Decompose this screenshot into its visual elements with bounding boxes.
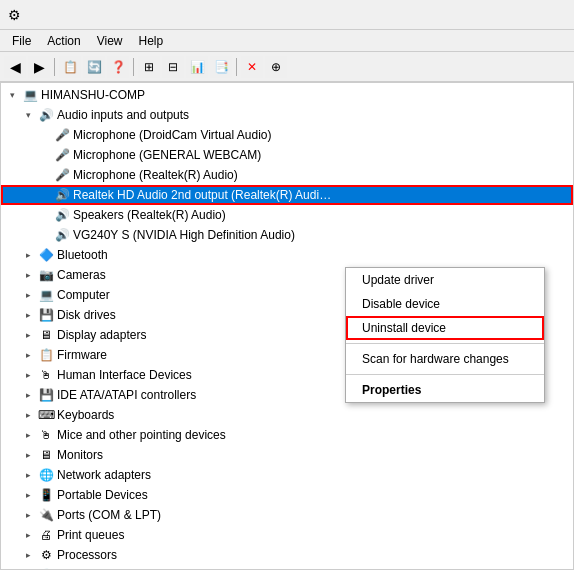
tree-item-keyboards[interactable]: ▸⌨Keyboards bbox=[1, 405, 573, 425]
item-icon-himanshu: 💻 bbox=[22, 87, 38, 103]
item-icon-mice: 🖱 bbox=[38, 427, 54, 443]
menu-file[interactable]: File bbox=[4, 32, 39, 50]
expand-icon-printqueues[interactable]: ▸ bbox=[21, 528, 35, 542]
toolbar-show-devices[interactable]: 📊 bbox=[186, 56, 208, 78]
item-label-microphone3: Microphone (Realtek(R) Audio) bbox=[73, 168, 238, 182]
menu-action[interactable]: Action bbox=[39, 32, 88, 50]
tree-item-bluetooth[interactable]: ▸🔷Bluetooth bbox=[1, 245, 573, 265]
item-label-ports: Ports (COM & LPT) bbox=[57, 508, 161, 522]
item-icon-ports: 🔌 bbox=[38, 507, 54, 523]
item-label-displayadapters: Display adapters bbox=[57, 328, 146, 342]
toolbar-update-driver[interactable]: 🔄 bbox=[83, 56, 105, 78]
title-bar: ⚙ bbox=[0, 0, 574, 30]
item-icon-processors: ⚙ bbox=[38, 547, 54, 563]
expand-icon-networkadapters[interactable]: ▸ bbox=[21, 468, 35, 482]
toolbar-show-resources[interactable]: 📑 bbox=[210, 56, 232, 78]
item-icon-microphone1: 🎤 bbox=[54, 127, 70, 143]
toolbar: ◀ ▶ 📋 🔄 ❓ ⊞ ⊟ 📊 📑 ✕ ⊕ bbox=[0, 52, 574, 82]
item-icon-computer: 💻 bbox=[38, 287, 54, 303]
expand-icon-cameras[interactable]: ▸ bbox=[21, 268, 35, 282]
tree-item-microphone1[interactable]: 🎤Microphone (DroidCam Virtual Audio) bbox=[1, 125, 573, 145]
item-label-audio: Audio inputs and outputs bbox=[57, 108, 189, 122]
item-icon-vg240y: 🔊 bbox=[54, 227, 70, 243]
item-icon-ideatapi: 💾 bbox=[38, 387, 54, 403]
toolbar-forward[interactable]: ▶ bbox=[28, 56, 50, 78]
expand-icon-keyboards[interactable]: ▸ bbox=[21, 408, 35, 422]
context-item-update-driver[interactable]: Update driver bbox=[346, 268, 544, 292]
toolbar-add-device[interactable]: ⊕ bbox=[265, 56, 287, 78]
toolbar-collapse-all[interactable]: ⊟ bbox=[162, 56, 184, 78]
context-item-properties-label[interactable]: Properties bbox=[346, 378, 544, 402]
tree-item-mice[interactable]: ▸🖱Mice and other pointing devices bbox=[1, 425, 573, 445]
expand-icon-vg240y[interactable] bbox=[37, 228, 51, 242]
expand-icon-microphone3[interactable] bbox=[37, 168, 51, 182]
title-bar-icon: ⚙ bbox=[8, 7, 21, 23]
expand-icon-displayadapters[interactable]: ▸ bbox=[21, 328, 35, 342]
item-icon-displayadapters: 🖥 bbox=[38, 327, 54, 343]
tree-item-microphone3[interactable]: 🎤Microphone (Realtek(R) Audio) bbox=[1, 165, 573, 185]
item-label-ideatapi: IDE ATA/ATAPI controllers bbox=[57, 388, 196, 402]
expand-icon-ports[interactable]: ▸ bbox=[21, 508, 35, 522]
item-icon-realtek: 🔊 bbox=[54, 187, 70, 203]
tree-item-security[interactable]: ▸🔒Security devices bbox=[1, 565, 573, 570]
item-label-portabledevices: Portable Devices bbox=[57, 488, 148, 502]
expand-icon-computer[interactable]: ▸ bbox=[21, 288, 35, 302]
item-label-monitors: Monitors bbox=[57, 448, 103, 462]
item-label-realtek: Realtek HD Audio 2nd output (Realtek(R) … bbox=[73, 188, 331, 202]
tree-item-networkadapters[interactable]: ▸🌐Network adapters bbox=[1, 465, 573, 485]
item-label-mice: Mice and other pointing devices bbox=[57, 428, 226, 442]
tree-item-microphone2[interactable]: 🎤Microphone (GENERAL WEBCAM) bbox=[1, 145, 573, 165]
item-label-printqueues: Print queues bbox=[57, 528, 124, 542]
toolbar-back[interactable]: ◀ bbox=[4, 56, 26, 78]
item-label-himanshu: HIMANSHU-COMP bbox=[41, 88, 145, 102]
item-icon-firmware: 📋 bbox=[38, 347, 54, 363]
tree-item-realtek[interactable]: 🔊Realtek HD Audio 2nd output (Realtek(R)… bbox=[1, 185, 573, 205]
toolbar-properties[interactable]: 📋 bbox=[59, 56, 81, 78]
context-menu: Update driverDisable deviceUninstall dev… bbox=[345, 267, 545, 403]
item-label-bluetooth: Bluetooth bbox=[57, 248, 108, 262]
tree-item-audio[interactable]: ▾🔊Audio inputs and outputs bbox=[1, 105, 573, 125]
expand-icon-diskdrives[interactable]: ▸ bbox=[21, 308, 35, 322]
tree-item-vg240y[interactable]: 🔊VG240Y S (NVIDIA High Definition Audio) bbox=[1, 225, 573, 245]
tree-item-monitors[interactable]: ▸🖥Monitors bbox=[1, 445, 573, 465]
item-icon-cameras: 📷 bbox=[38, 267, 54, 283]
tree-item-portabledevices[interactable]: ▸📱Portable Devices bbox=[1, 485, 573, 505]
tree-item-himanshu[interactable]: ▾💻HIMANSHU-COMP bbox=[1, 85, 573, 105]
item-label-diskdrives: Disk drives bbox=[57, 308, 116, 322]
context-separator-sep2 bbox=[346, 374, 544, 375]
item-label-hid: Human Interface Devices bbox=[57, 368, 192, 382]
expand-icon-audio[interactable]: ▾ bbox=[21, 108, 35, 122]
item-icon-microphone2: 🎤 bbox=[54, 147, 70, 163]
context-item-scan-hardware[interactable]: Scan for hardware changes bbox=[346, 347, 544, 371]
context-item-disable-device[interactable]: Disable device bbox=[346, 292, 544, 316]
tree-item-ports[interactable]: ▸🔌Ports (COM & LPT) bbox=[1, 505, 573, 525]
item-icon-networkadapters: 🌐 bbox=[38, 467, 54, 483]
expand-icon-himanshu[interactable]: ▾ bbox=[5, 88, 19, 102]
toolbar-help[interactable]: ❓ bbox=[107, 56, 129, 78]
expand-icon-microphone1[interactable] bbox=[37, 128, 51, 142]
expand-icon-firmware[interactable]: ▸ bbox=[21, 348, 35, 362]
expand-icon-realtek[interactable] bbox=[37, 188, 51, 202]
tree-item-processors[interactable]: ▸⚙Processors bbox=[1, 545, 573, 565]
tree-item-speakers[interactable]: 🔊Speakers (Realtek(R) Audio) bbox=[1, 205, 573, 225]
expand-icon-processors[interactable]: ▸ bbox=[21, 548, 35, 562]
item-label-microphone1: Microphone (DroidCam Virtual Audio) bbox=[73, 128, 272, 142]
expand-icon-ideatapi[interactable]: ▸ bbox=[21, 388, 35, 402]
menu-view[interactable]: View bbox=[89, 32, 131, 50]
item-label-microphone2: Microphone (GENERAL WEBCAM) bbox=[73, 148, 261, 162]
expand-icon-speakers[interactable] bbox=[37, 208, 51, 222]
expand-icon-portabledevices[interactable]: ▸ bbox=[21, 488, 35, 502]
item-icon-monitors: 🖥 bbox=[38, 447, 54, 463]
item-icon-portabledevices: 📱 bbox=[38, 487, 54, 503]
toolbar-disable[interactable]: ✕ bbox=[241, 56, 263, 78]
item-icon-bluetooth: 🔷 bbox=[38, 247, 54, 263]
tree-item-printqueues[interactable]: ▸🖨Print queues bbox=[1, 525, 573, 545]
expand-icon-hid[interactable]: ▸ bbox=[21, 368, 35, 382]
expand-icon-microphone2[interactable] bbox=[37, 148, 51, 162]
expand-icon-mice[interactable]: ▸ bbox=[21, 428, 35, 442]
expand-icon-monitors[interactable]: ▸ bbox=[21, 448, 35, 462]
context-item-uninstall-device[interactable]: Uninstall device bbox=[346, 316, 544, 340]
expand-icon-bluetooth[interactable]: ▸ bbox=[21, 248, 35, 262]
toolbar-expand-all[interactable]: ⊞ bbox=[138, 56, 160, 78]
menu-help[interactable]: Help bbox=[131, 32, 172, 50]
